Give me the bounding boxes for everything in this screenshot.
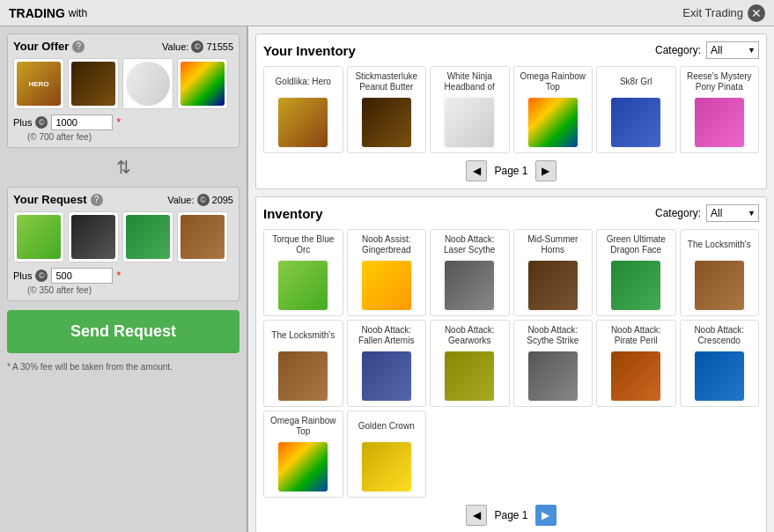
offer-after-fee: (© 700 after fee): [27, 132, 233, 142]
grid-item-name-13: Golden Crown: [351, 415, 423, 438]
grid-item-img-2: [443, 259, 496, 312]
your-inventory-grid: Goldlika: HeroStickmasterluke Peanut But…: [263, 66, 759, 153]
grid-item-1[interactable]: Stickmasterluke Peanut Butter: [347, 66, 427, 153]
grid-item-7[interactable]: Noob Attack: Fallen Artemis: [347, 320, 427, 407]
grid-item-img-3: [527, 259, 579, 312]
grid-item-0[interactable]: Torque the Blue Orc: [263, 229, 343, 316]
your-inv-prev-button[interactable]: ◀: [466, 160, 487, 181]
grid-item-name-1: Stickmasterluke Peanut Butter: [351, 70, 423, 93]
your-inventory-title: Your Inventory: [263, 43, 356, 58]
grid-item-img-10: [609, 350, 662, 403]
request-item-3-img: [126, 215, 170, 259]
robux-icon-request: ©: [197, 194, 210, 206]
swap-icon: ⇅: [116, 157, 131, 178]
grid-item-img-1: [360, 259, 413, 312]
grid-item-8[interactable]: Noob Attack: Gearworks: [430, 320, 510, 407]
your-request-title: Your Request: [13, 193, 87, 206]
robux-icon-offer-plus: ©: [35, 116, 48, 129]
offer-items-row: HERO: [13, 58, 233, 109]
grid-item-name-8: Noob Attack: Gearworks: [434, 324, 505, 347]
your-offer-title: Your Offer: [13, 40, 69, 53]
inventory-category-row: Category: All: [655, 204, 759, 222]
grid-item-13[interactable]: Golden Crown: [347, 410, 427, 498]
grid-item-img-3: [527, 96, 579, 149]
grid-item-name-11: Noob Attack: Crescendo: [684, 324, 756, 347]
grid-item-6[interactable]: The Locksmith's: [263, 320, 343, 407]
request-item-4[interactable]: [177, 211, 228, 262]
exit-trading-button[interactable]: Exit Trading ✕: [682, 4, 765, 22]
grid-item-10[interactable]: Noob Attack: Pirate Peril: [596, 320, 676, 407]
request-item-1[interactable]: [13, 211, 64, 262]
grid-item-img-12: [276, 440, 329, 493]
grid-item-name-9: Noob Attack: Scythe Strike: [518, 324, 589, 347]
request-plus-input[interactable]: [51, 268, 113, 284]
request-asterisk: *: [116, 270, 121, 282]
inventory-title: Inventory: [263, 206, 323, 221]
grid-item-3[interactable]: Mid-Summer Horns: [513, 229, 593, 316]
request-item-2-img: [71, 215, 115, 259]
grid-item-5[interactable]: The Locksmith's: [680, 229, 760, 316]
grid-item-4[interactable]: Green Ultimate Dragon Face: [596, 229, 676, 316]
your-inventory-category-row: Category: All: [655, 41, 759, 59]
grid-item-name-1: Noob Assist: Gingerbread: [351, 233, 423, 256]
offer-item-2[interactable]: [68, 58, 119, 109]
grid-item-name-0: Goldlika: Hero: [268, 70, 339, 93]
trading-title: TRADING: [9, 6, 65, 20]
offer-item-1[interactable]: HERO: [13, 58, 64, 109]
your-offer-section: Your Offer ? Value: © 71555 HERO: [7, 33, 240, 148]
request-item-3[interactable]: [122, 211, 173, 262]
grid-item-4[interactable]: Sk8r Grl: [596, 66, 676, 153]
grid-item-5[interactable]: Reese's Mystery Pony Pinata: [680, 66, 760, 153]
grid-item-name-7: Noob Attack: Fallen Artemis: [351, 324, 423, 347]
your-inventory-category-label: Category:: [655, 44, 701, 56]
grid-item-name-2: White Ninja Headband of: [434, 70, 505, 93]
offer-value-number: 71555: [206, 41, 233, 52]
inv-page-label: Page 1: [494, 509, 527, 521]
grid-item-img-7: [360, 350, 413, 403]
offer-item-4-img: [181, 62, 225, 106]
grid-item-2[interactable]: White Ninja Headband of: [430, 66, 510, 153]
grid-item-name-5: Reese's Mystery Pony Pinata: [684, 70, 756, 93]
request-item-1-img: [17, 215, 61, 259]
offer-item-3[interactable]: [122, 58, 173, 109]
offer-asterisk: *: [116, 116, 121, 129]
grid-item-2[interactable]: Noob Attack: Laser Scythe: [430, 229, 510, 316]
inv-next-button[interactable]: ▶: [535, 505, 557, 526]
grid-item-img-1: [360, 96, 413, 149]
your-inventory-pagination: ◀ Page 1 ▶: [263, 160, 759, 181]
grid-item-img-6: [276, 350, 329, 403]
robux-icon-offer: ©: [191, 41, 203, 53]
request-item-2[interactable]: [68, 211, 119, 262]
offer-item-3-img: [122, 58, 173, 109]
grid-item-0[interactable]: Goldlika: Hero: [263, 66, 343, 153]
grid-item-img-11: [693, 350, 746, 403]
grid-item-name-3: Mid-Summer Horns: [518, 233, 589, 256]
grid-item-name-4: Green Ultimate Dragon Face: [601, 233, 672, 256]
offer-plus-input[interactable]: [51, 115, 113, 130]
your-inv-next-button[interactable]: ▶: [535, 160, 557, 181]
grid-item-9[interactable]: Noob Attack: Scythe Strike: [513, 320, 593, 407]
grid-item-name-0: Torque the Blue Orc: [268, 233, 339, 256]
grid-item-img-2: [443, 96, 496, 149]
request-value: Value: © 2095: [167, 194, 233, 206]
inventory-pagination: ◀ Page 1 ▶: [263, 505, 759, 526]
grid-item-name-4: Sk8r Grl: [601, 70, 672, 93]
grid-item-11[interactable]: Noob Attack: Crescendo: [680, 320, 760, 407]
offer-item-2-img: [71, 62, 115, 106]
your-inventory-section: Your Inventory Category: All Goldlika: H…: [255, 33, 767, 189]
grid-item-12[interactable]: Omega Rainbow Top: [263, 410, 343, 498]
send-request-button[interactable]: Send Request: [7, 310, 240, 353]
request-help-icon[interactable]: ?: [91, 194, 103, 206]
grid-item-img-0: [276, 259, 329, 312]
grid-item-name-3: Omega Rainbow Top: [518, 70, 589, 93]
offer-item-4[interactable]: [177, 58, 228, 109]
grid-item-img-13: [360, 440, 413, 493]
offer-help-icon[interactable]: ?: [72, 41, 85, 53]
your-inventory-category-select[interactable]: All: [706, 41, 759, 59]
inventory-category-select[interactable]: All: [706, 204, 759, 222]
grid-item-3[interactable]: Omega Rainbow Top: [513, 66, 593, 153]
your-inv-page-label: Page 1: [494, 165, 527, 177]
request-value-label: Value:: [167, 195, 194, 205]
inv-prev-button[interactable]: ◀: [466, 505, 487, 526]
grid-item-1[interactable]: Noob Assist: Gingerbread: [347, 229, 427, 316]
